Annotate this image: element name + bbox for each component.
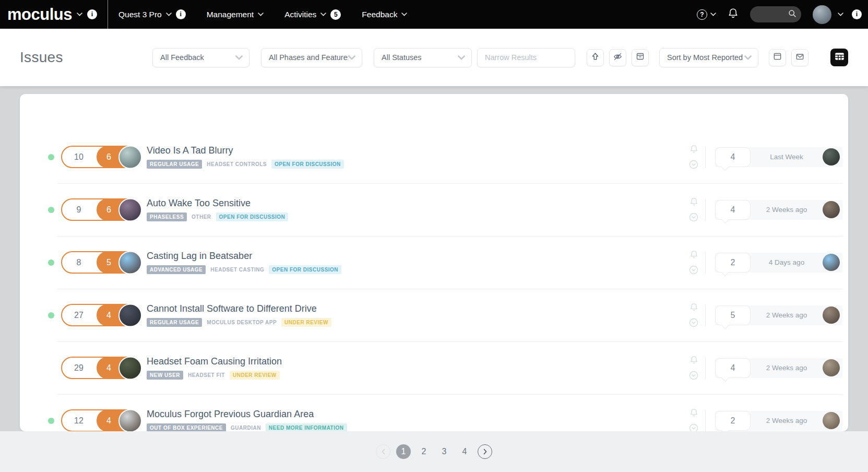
reporter-avatar <box>118 303 142 327</box>
feedback-filter-dropdown[interactable]: All Feedback <box>152 48 249 67</box>
eye-off-icon <box>613 52 622 63</box>
hide-button[interactable] <box>609 49 626 66</box>
vote-total-count: 10 <box>62 152 96 162</box>
dropdown-value: All Feedback <box>160 53 235 62</box>
divider <box>705 199 706 221</box>
issue-title[interactable]: Headset Foam Causing Irritation <box>147 356 282 367</box>
nav-item-product[interactable]: Quest 3 Pro i <box>118 9 186 19</box>
nav-item-activities[interactable]: Activities 5 <box>284 9 341 20</box>
chevron-circle-icon[interactable] <box>689 318 698 327</box>
reporter-avatar <box>118 409 142 431</box>
narrow-results-input[interactable] <box>485 53 568 62</box>
next-page-button[interactable] <box>478 444 492 459</box>
subscribe-bell-icon[interactable] <box>689 197 698 207</box>
info-icon[interactable]: i <box>176 9 186 19</box>
divider <box>705 410 706 432</box>
email-button[interactable] <box>791 49 808 66</box>
search-input[interactable] <box>756 10 788 18</box>
board-view-button[interactable] <box>769 49 786 66</box>
previous-page-button[interactable] <box>376 444 390 459</box>
vote-total-count: 9 <box>62 205 96 215</box>
nav-item-management[interactable]: Management <box>207 10 264 19</box>
meta-band: 4 2 Weeks ago <box>715 358 842 378</box>
vote-pill[interactable]: 9 6 <box>61 198 141 221</box>
vote-pill[interactable]: 8 5 <box>61 251 141 274</box>
phase-badge: ADVANCED USAGE <box>147 265 206 274</box>
user-avatar[interactable] <box>813 5 831 24</box>
nav-item-feedback[interactable]: Feedback <box>362 10 407 19</box>
active-dot <box>48 154 54 160</box>
issue-row: 27 4 Cannot Install Software to Differen… <box>20 289 848 341</box>
divider <box>705 252 706 274</box>
info-icon[interactable]: i <box>87 9 97 19</box>
info-icon[interactable]: i <box>852 9 862 19</box>
envelope-icon <box>795 53 804 63</box>
brand-section[interactable]: moculus i <box>0 0 108 29</box>
divider <box>705 304 706 326</box>
notify-column <box>689 408 698 431</box>
chevron-circle-icon[interactable] <box>689 160 698 169</box>
table-view-toggle[interactable] <box>830 49 848 66</box>
chevron-down-icon <box>235 53 243 62</box>
vote-pill[interactable]: 12 4 <box>61 409 141 431</box>
active-dot <box>48 312 54 318</box>
chevron-circle-icon[interactable] <box>689 371 698 380</box>
comment-count-bubble[interactable]: 2 <box>715 253 751 273</box>
sort-dropdown[interactable]: Sort by Most Reported <box>659 48 758 67</box>
issue-title[interactable]: Video Is A Tad Blurry <box>147 145 344 156</box>
issue-tags: REGULAR USAGE MOCULUS DESKTOP APP UNDER … <box>147 318 331 327</box>
meta-band: 2 2 Weeks ago <box>715 411 842 431</box>
issue-meta: 5 2 Weeks ago <box>689 303 848 327</box>
page-number-button[interactable]: 4 <box>457 444 472 459</box>
comment-count-bubble[interactable]: 4 <box>715 200 751 220</box>
notifications-bell-icon[interactable] <box>728 8 739 21</box>
issue-title[interactable]: Cannot Install Software to Different Dri… <box>147 303 331 314</box>
issue-title[interactable]: Casting Lag in Beatsaber <box>147 251 341 262</box>
commenter-avatar <box>823 254 840 271</box>
page-number-button[interactable]: 3 <box>437 444 451 459</box>
search-box[interactable] <box>750 6 801 22</box>
export-button[interactable] <box>587 49 604 66</box>
chevron-down-icon <box>77 13 82 16</box>
search-icon <box>788 9 796 20</box>
phases-filter-dropdown[interactable]: All Phases and Features <box>261 48 362 67</box>
subscribe-bell-icon[interactable] <box>689 408 698 418</box>
comment-count-bubble[interactable]: 4 <box>715 147 751 167</box>
dropdown-value: All Statuses <box>382 53 458 62</box>
feature-label: OTHER <box>192 214 211 220</box>
issue-main: Moculus Forgot Previous Guardian Area OU… <box>147 409 347 431</box>
comment-count-bubble[interactable]: 4 <box>715 358 751 378</box>
vote-pill[interactable]: 29 4 <box>61 357 141 379</box>
help-menu[interactable]: ? <box>697 9 716 20</box>
comment-count-bubble[interactable]: 5 <box>715 305 751 325</box>
subscribe-bell-icon[interactable] <box>689 145 698 154</box>
chevron-circle-icon[interactable] <box>689 265 698 275</box>
reporter-avatar <box>118 251 142 274</box>
vote-pill[interactable]: 10 6 <box>61 146 141 168</box>
vote-pill[interactable]: 27 4 <box>61 304 141 326</box>
meta-band: 2 4 Days ago <box>715 253 842 273</box>
nav-item-label: Feedback <box>362 10 397 19</box>
divider <box>705 357 706 379</box>
chevron-circle-icon[interactable] <box>689 423 698 431</box>
filter-bar: All Feedback All Phases and Features All… <box>152 48 848 67</box>
page-number-button[interactable]: 1 <box>396 444 411 459</box>
issue-title[interactable]: Auto Wake Too Sensitive <box>147 198 288 209</box>
chevron-down-icon <box>320 13 326 16</box>
chevron-down-icon <box>166 13 172 16</box>
phase-badge: OUT OF BOX EXPERIENCE <box>147 423 226 431</box>
comment-count-bubble[interactable]: 2 <box>715 411 751 431</box>
vote-total-count: 27 <box>62 311 96 320</box>
vote-total-count: 29 <box>62 363 96 373</box>
subscribe-bell-icon[interactable] <box>689 356 698 365</box>
chevron-circle-icon[interactable] <box>689 213 698 222</box>
issue-title[interactable]: Moculus Forgot Previous Guardian Area <box>147 409 347 420</box>
feature-label: HEADSET CONTROLS <box>207 161 267 167</box>
archive-button[interactable] <box>632 49 649 66</box>
issues-card: 10 6 Video Is A Tad Blurry REGULAR USAGE… <box>20 94 848 431</box>
issue-row: 12 4 Moculus Forgot Previous Guardian Ar… <box>20 394 848 431</box>
statuses-filter-dropdown[interactable]: All Statuses <box>374 48 472 67</box>
page-number-button[interactable]: 2 <box>417 444 431 459</box>
subscribe-bell-icon[interactable] <box>689 303 698 312</box>
subscribe-bell-icon[interactable] <box>689 250 698 259</box>
